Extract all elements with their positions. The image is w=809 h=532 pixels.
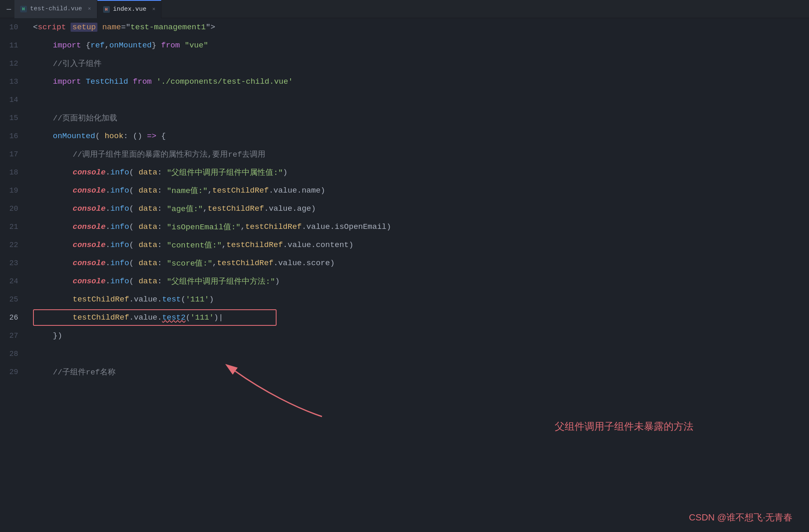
code-line-23: console.info( data: "score值:",testChildR… [33, 254, 809, 272]
window-close-btn[interactable]: — [3, 5, 14, 13]
code-line-14 [33, 91, 809, 109]
code-line-22: console.info( data: "content值:",testChil… [33, 236, 809, 254]
tab-bar: — H test-child.vue × H index.vue × [0, 0, 809, 18]
vue-icon: H [20, 6, 27, 12]
code-line-25: testChildRef.value.test('111') [33, 290, 809, 308]
line-num-17: 17 [0, 145, 23, 163]
annotation-text: 父组件调用子组件未暴露的方法 [555, 420, 693, 433]
line-num-15: 15 [0, 109, 23, 127]
html-icon: H [103, 6, 110, 13]
code-line-13: import TestChild from './components/test… [33, 73, 809, 91]
code-line-12: //引入子组件 [33, 54, 809, 73]
tab-label-test-child: test-child.vue [30, 5, 82, 12]
line-num-14: 14 [0, 91, 23, 109]
line-num-19: 19 [0, 181, 23, 200]
code-line-21: console.info( data: "isOpenEmail值:",test… [33, 218, 809, 236]
line-num-26: 26 [0, 308, 23, 327]
line-num-22: 22 [0, 236, 23, 254]
watermark: CSDN @谁不想飞·无青春 [689, 511, 792, 524]
line-num-24: 24 [0, 272, 23, 290]
tab-index[interactable]: H index.vue × [97, 0, 162, 18]
tab-close-index[interactable]: × [152, 6, 156, 12]
line-num-25: 25 [0, 290, 23, 308]
code-line-10: <script setup name="test-management1"> [33, 18, 809, 36]
line-num-16: ▾ 16 [0, 127, 23, 145]
line-num-18: 18 [0, 163, 23, 181]
line-num-29: 29 [0, 363, 23, 381]
tab-close-test-child[interactable]: × [88, 6, 91, 12]
code-line-17: //调用子组件里面的暴露的属性和方法,要用ref去调用 [33, 145, 809, 163]
code-line-18: console.info( data: "父组件中调用子组件中属性值:") [33, 163, 809, 181]
line-num-27: ▸ 27 [0, 327, 23, 345]
line-num-10: ▾ 10 [0, 18, 23, 36]
code-line-19: console.info( data: "name值:",testChildRe… [33, 181, 809, 200]
code-line-11: import {ref,onMounted} from "vue" [33, 36, 809, 54]
tab-label-index: index.vue [113, 6, 147, 13]
line-num-28: 28 [0, 345, 23, 363]
line-num-11: 11 [0, 36, 23, 54]
code-line-16: onMounted( hook: () => { [33, 127, 809, 145]
code-line-15: //页面初始化加载 [33, 109, 809, 127]
line-num-13: 13 [0, 73, 23, 91]
line-num-12: 12 [0, 54, 23, 73]
line-num-23: 23 [0, 254, 23, 272]
code-line-28 [33, 345, 809, 363]
line-numbers: ▾ 10 11 12 13 14 15 ▾ 16 17 18 19 20 21 … [0, 18, 30, 532]
code-line-26: testChildRef.value.test2('111')| [33, 308, 809, 327]
code-line-24: console.info( data: "父组件中调用子组件中方法:") [33, 272, 809, 290]
code-line-29: //子组件ref名称 [33, 363, 809, 381]
code-area: ▾ 10 11 12 13 14 15 ▾ 16 17 18 19 20 21 … [0, 18, 809, 532]
tab-test-child[interactable]: H test-child.vue × [14, 0, 97, 18]
code-line-20: console.info( data: "age值:",testChildRef… [33, 200, 809, 218]
line-num-21: 21 [0, 218, 23, 236]
code-content[interactable]: <script setup name="test-management1"> i… [30, 18, 809, 532]
line-num-20: 20 [0, 200, 23, 218]
code-line-27: }) [33, 327, 809, 345]
